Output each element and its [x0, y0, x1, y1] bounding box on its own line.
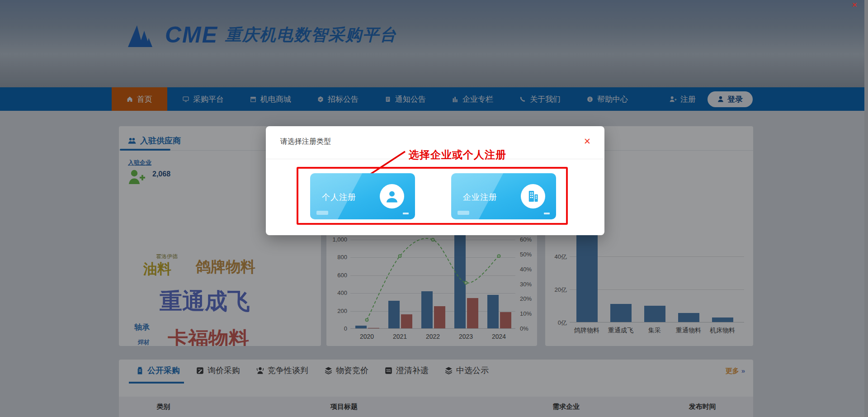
- register-type-modal: 请选择注册类型 ✕ 选择企业或个人注册 个人注册 企业注册: [266, 126, 604, 235]
- enterprise-register-card[interactable]: 企业注册: [451, 173, 556, 219]
- person-icon: [380, 184, 404, 208]
- card-decoration: [316, 211, 328, 215]
- modal-title: 请选择注册类型: [280, 137, 331, 147]
- personal-register-card[interactable]: 个人注册: [310, 173, 415, 219]
- card-decoration: [458, 211, 469, 215]
- annotation-text: 选择企业或个人注册: [409, 148, 506, 162]
- building-icon: [521, 184, 545, 208]
- card-decoration: [403, 213, 409, 214]
- close-icon[interactable]: ✕: [584, 137, 591, 146]
- card-decoration: [544, 213, 550, 214]
- corner-close-mark[interactable]: ✕: [852, 1, 858, 9]
